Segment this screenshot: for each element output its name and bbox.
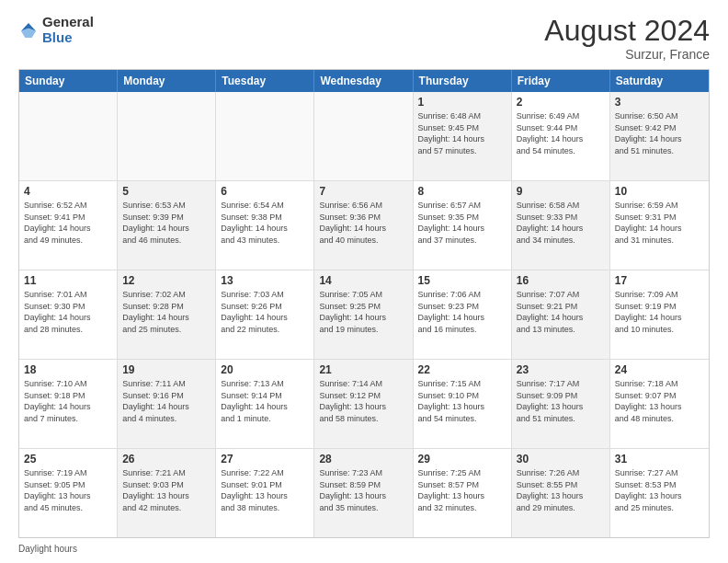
day-info: Sunrise: 7:03 AM Sunset: 9:26 PM Dayligh… <box>221 289 309 335</box>
calendar-cell <box>314 92 413 180</box>
day-number: 30 <box>517 453 605 465</box>
day-info: Sunrise: 7:27 AM Sunset: 8:53 PM Dayligh… <box>615 467 704 513</box>
day-info: Sunrise: 6:50 AM Sunset: 9:42 PM Dayligh… <box>615 110 704 156</box>
day-number: 28 <box>319 453 407 465</box>
day-number: 16 <box>517 274 605 287</box>
calendar-cell: 8Sunrise: 6:57 AM Sunset: 9:35 PM Daylig… <box>414 181 512 270</box>
calendar-cell: 25Sunrise: 7:19 AM Sunset: 9:05 PM Dayli… <box>19 449 118 537</box>
subtitle: Surzur, France <box>544 47 710 62</box>
day-info: Sunrise: 7:14 AM Sunset: 9:12 PM Dayligh… <box>319 378 407 424</box>
calendar-cell: 27Sunrise: 7:22 AM Sunset: 9:01 PM Dayli… <box>216 449 314 537</box>
day-number: 15 <box>418 274 506 287</box>
calendar-cell: 28Sunrise: 7:23 AM Sunset: 8:59 PM Dayli… <box>314 449 413 537</box>
calendar-row: 1Sunrise: 6:48 AM Sunset: 9:45 PM Daylig… <box>19 92 709 181</box>
calendar-cell: 23Sunrise: 7:17 AM Sunset: 9:09 PM Dayli… <box>512 360 610 448</box>
calendar-cell: 20Sunrise: 7:13 AM Sunset: 9:14 PM Dayli… <box>216 360 314 448</box>
day-info: Sunrise: 7:05 AM Sunset: 9:25 PM Dayligh… <box>319 289 407 335</box>
day-number: 8 <box>418 185 506 198</box>
day-info: Sunrise: 6:48 AM Sunset: 9:45 PM Dayligh… <box>418 110 506 156</box>
day-number: 6 <box>221 185 309 198</box>
calendar-cell: 1Sunrise: 6:48 AM Sunset: 9:45 PM Daylig… <box>414 92 512 180</box>
main-title: August 2024 <box>544 15 710 47</box>
day-info: Sunrise: 7:19 AM Sunset: 9:05 PM Dayligh… <box>24 467 112 513</box>
day-info: Sunrise: 6:59 AM Sunset: 9:31 PM Dayligh… <box>615 200 704 246</box>
calendar-cell <box>216 92 314 180</box>
day-number: 24 <box>615 363 704 376</box>
calendar: SundayMondayTuesdayWednesdayThursdayFrid… <box>18 69 710 538</box>
calendar-row: 25Sunrise: 7:19 AM Sunset: 9:05 PM Dayli… <box>19 449 709 537</box>
day-info: Sunrise: 7:15 AM Sunset: 9:10 PM Dayligh… <box>418 378 506 424</box>
day-number: 10 <box>615 185 704 198</box>
day-info: Sunrise: 7:06 AM Sunset: 9:23 PM Dayligh… <box>418 289 506 335</box>
calendar-cell <box>19 92 118 180</box>
day-info: Sunrise: 7:13 AM Sunset: 9:14 PM Dayligh… <box>221 378 309 424</box>
day-info: Sunrise: 7:21 AM Sunset: 9:03 PM Dayligh… <box>122 467 210 513</box>
day-number: 14 <box>319 274 407 287</box>
calendar-cell: 10Sunrise: 6:59 AM Sunset: 9:31 PM Dayli… <box>610 181 709 270</box>
calendar-cell: 19Sunrise: 7:11 AM Sunset: 9:16 PM Dayli… <box>118 360 216 448</box>
calendar-cell: 7Sunrise: 6:56 AM Sunset: 9:36 PM Daylig… <box>314 181 413 270</box>
calendar-body: 1Sunrise: 6:48 AM Sunset: 9:45 PM Daylig… <box>19 92 709 537</box>
day-number: 31 <box>615 453 704 465</box>
day-number: 27 <box>221 453 309 465</box>
logo-blue-label: Blue <box>42 30 94 46</box>
day-info: Sunrise: 7:26 AM Sunset: 8:55 PM Dayligh… <box>517 467 605 513</box>
day-number: 1 <box>418 96 506 109</box>
day-info: Sunrise: 6:56 AM Sunset: 9:36 PM Dayligh… <box>319 200 407 246</box>
calendar-header-cell: Wednesday <box>314 70 413 92</box>
day-number: 2 <box>517 96 605 109</box>
logo-icon <box>18 20 39 40</box>
calendar-cell: 18Sunrise: 7:10 AM Sunset: 9:18 PM Dayli… <box>19 360 118 448</box>
calendar-header-cell: Tuesday <box>216 70 314 92</box>
day-info: Sunrise: 6:52 AM Sunset: 9:41 PM Dayligh… <box>24 200 112 246</box>
calendar-row: 11Sunrise: 7:01 AM Sunset: 9:30 PM Dayli… <box>19 270 709 360</box>
calendar-cell: 5Sunrise: 6:53 AM Sunset: 9:39 PM Daylig… <box>118 181 216 270</box>
calendar-cell: 14Sunrise: 7:05 AM Sunset: 9:25 PM Dayli… <box>314 270 413 359</box>
day-info: Sunrise: 7:18 AM Sunset: 9:07 PM Dayligh… <box>615 378 704 424</box>
calendar-cell: 24Sunrise: 7:18 AM Sunset: 9:07 PM Dayli… <box>610 360 709 448</box>
day-info: Sunrise: 7:07 AM Sunset: 9:21 PM Dayligh… <box>517 289 605 335</box>
calendar-cell: 15Sunrise: 7:06 AM Sunset: 9:23 PM Dayli… <box>414 270 512 359</box>
calendar-cell: 17Sunrise: 7:09 AM Sunset: 9:19 PM Dayli… <box>610 270 709 359</box>
calendar-cell: 26Sunrise: 7:21 AM Sunset: 9:03 PM Dayli… <box>118 449 216 537</box>
day-info: Sunrise: 6:53 AM Sunset: 9:39 PM Dayligh… <box>122 200 210 246</box>
day-info: Sunrise: 7:10 AM Sunset: 9:18 PM Dayligh… <box>24 378 112 424</box>
day-info: Sunrise: 7:01 AM Sunset: 9:30 PM Dayligh… <box>24 289 112 335</box>
logo-text: General Blue <box>42 15 94 45</box>
logo-general-label: General <box>42 15 94 30</box>
day-info: Sunrise: 6:57 AM Sunset: 9:35 PM Dayligh… <box>418 200 506 246</box>
calendar-cell: 31Sunrise: 7:27 AM Sunset: 8:53 PM Dayli… <box>610 449 709 537</box>
day-number: 18 <box>24 363 112 376</box>
calendar-cell: 16Sunrise: 7:07 AM Sunset: 9:21 PM Dayli… <box>512 270 610 359</box>
calendar-cell <box>118 92 216 180</box>
logo: General Blue <box>18 15 94 45</box>
day-number: 12 <box>122 274 210 287</box>
calendar-header-cell: Sunday <box>19 70 118 92</box>
calendar-cell: 11Sunrise: 7:01 AM Sunset: 9:30 PM Dayli… <box>19 270 118 359</box>
day-number: 3 <box>615 96 704 109</box>
day-number: 29 <box>418 453 506 465</box>
day-info: Sunrise: 7:11 AM Sunset: 9:16 PM Dayligh… <box>122 378 210 424</box>
day-number: 22 <box>418 363 506 376</box>
day-number: 20 <box>221 363 309 376</box>
calendar-row: 4Sunrise: 6:52 AM Sunset: 9:41 PM Daylig… <box>19 181 709 270</box>
day-number: 9 <box>517 185 605 198</box>
calendar-header-cell: Saturday <box>610 70 709 92</box>
day-info: Sunrise: 6:58 AM Sunset: 9:33 PM Dayligh… <box>517 200 605 246</box>
calendar-cell: 30Sunrise: 7:26 AM Sunset: 8:55 PM Dayli… <box>512 449 610 537</box>
day-number: 17 <box>615 274 704 287</box>
day-info: Sunrise: 7:02 AM Sunset: 9:28 PM Dayligh… <box>122 289 210 335</box>
day-info: Sunrise: 6:49 AM Sunset: 9:44 PM Dayligh… <box>517 110 605 156</box>
calendar-row: 18Sunrise: 7:10 AM Sunset: 9:18 PM Dayli… <box>19 360 709 449</box>
footer: Daylight hours <box>18 544 710 554</box>
calendar-cell: 12Sunrise: 7:02 AM Sunset: 9:28 PM Dayli… <box>118 270 216 359</box>
calendar-cell: 22Sunrise: 7:15 AM Sunset: 9:10 PM Dayli… <box>414 360 512 448</box>
calendar-cell: 4Sunrise: 6:52 AM Sunset: 9:41 PM Daylig… <box>19 181 118 270</box>
day-info: Sunrise: 7:22 AM Sunset: 9:01 PM Dayligh… <box>221 467 309 513</box>
calendar-cell: 21Sunrise: 7:14 AM Sunset: 9:12 PM Dayli… <box>314 360 413 448</box>
day-number: 13 <box>221 274 309 287</box>
calendar-cell: 29Sunrise: 7:25 AM Sunset: 8:57 PM Dayli… <box>414 449 512 537</box>
day-number: 11 <box>24 274 112 287</box>
calendar-header-cell: Monday <box>118 70 216 92</box>
day-number: 25 <box>24 453 112 465</box>
